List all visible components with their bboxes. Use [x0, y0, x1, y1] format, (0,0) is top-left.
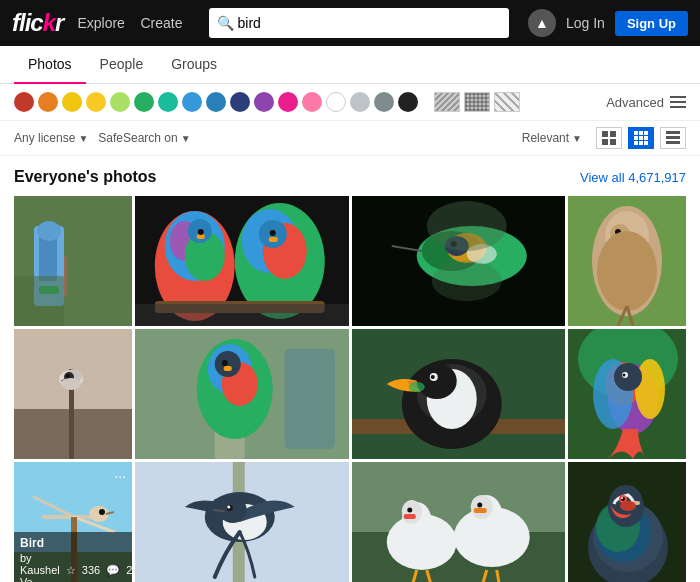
texture-swatch-3[interactable] [494, 92, 520, 112]
svg-rect-1 [610, 131, 616, 137]
search-input[interactable] [238, 15, 501, 31]
relevant-arrow: ▼ [572, 133, 582, 144]
svg-rect-38 [135, 304, 349, 326]
svg-rect-6 [644, 131, 648, 135]
photo-cell[interactable] [568, 196, 686, 326]
license-filter[interactable]: Any license ▼ [14, 131, 88, 145]
svg-point-84 [430, 375, 434, 379]
svg-point-55 [597, 231, 657, 311]
header-nav: Explore Create [77, 15, 194, 31]
color-swatch-pink[interactable] [302, 92, 322, 112]
texture-swatch-1[interactable] [434, 92, 460, 112]
color-swatch-light-gray[interactable] [350, 92, 370, 112]
color-swatch-teal[interactable] [158, 92, 178, 112]
svg-rect-117 [352, 462, 566, 532]
svg-rect-7 [634, 136, 638, 140]
signup-button[interactable]: Sign Up [615, 11, 688, 36]
header: flickr Explore Create 🔍 ▲ Log In Sign Up [0, 0, 700, 46]
photo-cell[interactable] [352, 329, 566, 459]
photo-cell-featured[interactable]: ··· Bird by Kaushel Va... ☆ 336 💬 25 [14, 462, 132, 582]
caption-meta: by Kaushel Va... ☆ 336 💬 25 [20, 552, 126, 582]
svg-point-19 [37, 221, 61, 241]
photo-cell[interactable] [568, 462, 686, 582]
color-swatches [14, 92, 418, 112]
svg-rect-14 [666, 136, 680, 139]
svg-rect-15 [666, 141, 680, 144]
comment-count: 25 [126, 564, 132, 576]
star-icon: ☆ [66, 564, 76, 577]
license-arrow: ▼ [78, 133, 88, 144]
svg-rect-0 [602, 131, 608, 137]
subnav-photos[interactable]: Photos [14, 46, 86, 84]
search-icon: 🔍 [217, 15, 234, 31]
svg-line-114 [213, 510, 225, 511]
svg-point-94 [623, 374, 626, 377]
color-swatch-green[interactable] [134, 92, 154, 112]
svg-point-143 [621, 497, 623, 499]
color-swatch-blue[interactable] [206, 92, 226, 112]
advanced-label: Advanced [606, 95, 664, 110]
color-swatch-red[interactable] [14, 92, 34, 112]
svg-rect-12 [644, 141, 648, 145]
color-swatch-lime[interactable] [110, 92, 130, 112]
photo-cell[interactable] [135, 329, 349, 459]
explore-link[interactable]: Explore [77, 15, 124, 31]
star-count: 336 [82, 564, 100, 576]
grid-medium-view[interactable] [628, 127, 654, 149]
svg-rect-9 [644, 136, 648, 140]
svg-rect-76 [285, 349, 335, 449]
svg-rect-20 [64, 256, 67, 296]
filter-bar: Advanced [0, 84, 700, 121]
subnav: Photos People Groups [0, 46, 700, 84]
login-button[interactable]: Log In [566, 15, 605, 31]
svg-rect-126 [473, 508, 486, 513]
svg-rect-11 [639, 141, 643, 145]
color-swatch-navy[interactable] [230, 92, 250, 112]
color-swatch-yellow-orange[interactable] [62, 92, 82, 112]
svg-point-82 [416, 363, 456, 399]
photo-cell[interactable] [568, 329, 686, 459]
photo-cell[interactable] [135, 462, 349, 582]
caption-title: Bird [20, 536, 126, 550]
photo-cell[interactable] [352, 462, 566, 582]
section-header: Everyone's photos View all 4,671,917 [14, 168, 686, 186]
color-swatch-black[interactable] [398, 92, 418, 112]
svg-point-48 [431, 261, 501, 301]
color-swatch-cyan[interactable] [182, 92, 202, 112]
svg-point-120 [401, 500, 421, 524]
svg-rect-5 [639, 131, 643, 135]
svg-rect-10 [634, 141, 638, 145]
list-view[interactable] [660, 127, 686, 149]
color-swatch-orange[interactable] [38, 92, 58, 112]
more-options[interactable]: ··· [114, 468, 126, 484]
safesearch-arrow: ▼ [181, 133, 191, 144]
svg-point-47 [426, 201, 506, 251]
photo-cell[interactable] [14, 329, 132, 459]
svg-point-145 [620, 501, 636, 511]
safesearch-filter[interactable]: SafeSearch on ▼ [98, 131, 190, 145]
svg-point-122 [407, 508, 412, 513]
photo-cell[interactable] [14, 196, 132, 326]
texture-swatch-2[interactable] [464, 92, 490, 112]
view-all-link[interactable]: View all 4,671,917 [580, 170, 686, 185]
color-swatch-dark-gray[interactable] [374, 92, 394, 112]
main-content: Everyone's photos View all 4,671,917 [0, 156, 700, 582]
photo-cell[interactable] [135, 196, 349, 326]
subnav-groups[interactable]: Groups [157, 46, 231, 84]
subnav-people[interactable]: People [86, 46, 158, 84]
advanced-button[interactable]: Advanced [606, 95, 686, 110]
svg-rect-8 [639, 136, 643, 140]
photo-cell[interactable] [352, 196, 566, 326]
svg-rect-35 [269, 237, 278, 242]
svg-point-73 [215, 351, 241, 377]
relevant-sort[interactable]: Relevant ▼ [522, 131, 582, 145]
photo-caption: Bird by Kaushel Va... ☆ 336 💬 25 [14, 532, 132, 582]
color-swatch-white[interactable] [326, 92, 346, 112]
color-swatch-purple[interactable] [254, 92, 274, 112]
create-link[interactable]: Create [140, 15, 182, 31]
color-swatch-yellow[interactable] [86, 92, 106, 112]
color-swatch-magenta[interactable] [278, 92, 298, 112]
svg-rect-3 [610, 139, 616, 145]
upload-icon[interactable]: ▲ [528, 9, 556, 37]
grid-small-view[interactable] [596, 127, 622, 149]
